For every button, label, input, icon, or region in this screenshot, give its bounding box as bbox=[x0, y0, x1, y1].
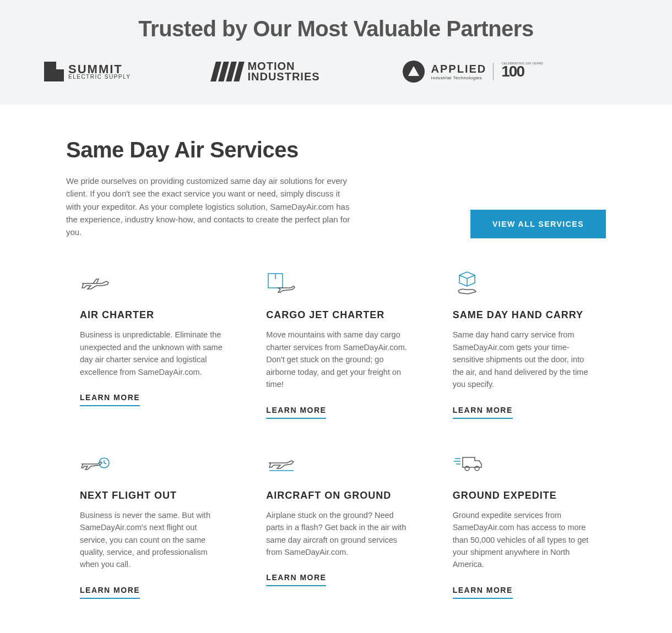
service-card-air-charter: AIR CHARTER Business is unpredictable. E… bbox=[80, 269, 233, 418]
service-card-hand-carry: SAME DAY HAND CARRY Same day hand carry … bbox=[453, 269, 606, 418]
partners-section: Trusted by Our Most Valuable Partners SU… bbox=[0, 0, 672, 105]
partner-logos: SUMMIT ELECTRIC SUPPLY MOTION INDUSTRIES… bbox=[33, 61, 639, 83]
learn-more-link[interactable]: LEARN MORE bbox=[80, 586, 140, 599]
service-card-cargo-jet-charter: CARGO JET CHARTER Move mountains with sa… bbox=[266, 269, 419, 418]
services-title: Same Day Air Services bbox=[66, 138, 353, 162]
service-title: AIR CHARTER bbox=[80, 309, 233, 321]
partners-heading: Trusted by Our Most Valuable Partners bbox=[33, 17, 639, 41]
applied-logo: APPLIED Industrial Technologies CELEBRAT… bbox=[403, 61, 524, 83]
learn-more-link[interactable]: LEARN MORE bbox=[453, 406, 513, 419]
services-header: Same Day Air Services We pride ourselves… bbox=[66, 138, 606, 238]
applied-logo-mark-icon bbox=[403, 61, 425, 83]
summit-logo-name: SUMMIT bbox=[68, 64, 131, 75]
applied-logo-name: APPLIED bbox=[431, 63, 487, 75]
svg-point-8 bbox=[475, 466, 479, 471]
learn-more-link[interactable]: LEARN MORE bbox=[266, 406, 326, 419]
service-title: CARGO JET CHARTER bbox=[266, 309, 419, 321]
summit-logo: SUMMIT ELECTRIC SUPPLY bbox=[44, 62, 131, 81]
services-section: Same Day Air Services We pride ourselves… bbox=[0, 105, 672, 633]
summit-logo-mark-icon bbox=[44, 62, 64, 81]
service-title: SAME DAY HAND CARRY bbox=[453, 309, 606, 321]
airplane-icon bbox=[80, 269, 233, 297]
view-all-services-button[interactable]: VIEW ALL SERVICES bbox=[470, 210, 606, 238]
service-description: Same day hand carry service from SameDay… bbox=[453, 329, 596, 390]
summit-logo-sub: ELECTRIC SUPPLY bbox=[68, 74, 131, 79]
service-card-ground-expedite: GROUND EXPEDITE Ground expedite services… bbox=[453, 449, 606, 599]
airplane-landing-icon bbox=[266, 449, 419, 478]
motion-logo-l2: INDUSTRIES bbox=[247, 72, 319, 82]
airplane-clock-icon bbox=[80, 449, 233, 478]
service-title: GROUND EXPEDITE bbox=[453, 490, 606, 501]
services-description: We pride ourselves on providing customiz… bbox=[66, 174, 353, 238]
svg-point-7 bbox=[465, 466, 469, 471]
applied-logo-badge: CELEBRATING 100 YEARS 100 bbox=[493, 63, 524, 80]
box-airplane-icon bbox=[266, 269, 419, 297]
package-hand-icon bbox=[453, 269, 606, 297]
service-description: Business is unpredictable. Eliminate the… bbox=[80, 329, 223, 378]
motion-logo: MOTION INDUSTRIES bbox=[213, 61, 319, 82]
motion-logo-mark-icon bbox=[211, 62, 245, 81]
learn-more-link[interactable]: LEARN MORE bbox=[266, 573, 326, 586]
applied-logo-sub: Industrial Technologies bbox=[431, 75, 487, 80]
service-description: Move mountains with same day cargo chart… bbox=[266, 329, 409, 390]
learn-more-link[interactable]: LEARN MORE bbox=[453, 586, 513, 599]
service-card-aircraft-on-ground: AIRCRAFT ON GROUND Airplane stuck on the… bbox=[266, 449, 419, 599]
services-grid: AIR CHARTER Business is unpredictable. E… bbox=[66, 269, 606, 599]
service-description: Airplane stuck on the ground? Need parts… bbox=[266, 509, 409, 559]
service-title: NEXT FLIGHT OUT bbox=[80, 490, 233, 501]
service-title: AIRCRAFT ON GROUND bbox=[266, 490, 419, 501]
service-description: Business is never the same. But with Sam… bbox=[80, 509, 223, 571]
learn-more-link[interactable]: LEARN MORE bbox=[80, 393, 140, 406]
service-card-next-flight-out: NEXT FLIGHT OUT Business is never the sa… bbox=[80, 449, 233, 599]
service-description: Ground expedite services from SameDayAir… bbox=[453, 509, 596, 571]
fast-truck-icon bbox=[453, 449, 606, 478]
